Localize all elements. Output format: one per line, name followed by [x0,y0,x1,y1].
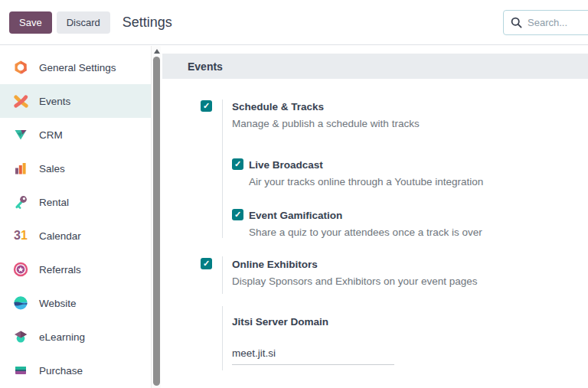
sidebar-item-elearning[interactable]: eLearning [0,320,151,354]
crm-icon [12,126,29,143]
sidebar-item-crm[interactable]: CRM [0,118,151,152]
sidebar-item-label: eLearning [39,331,85,343]
referrals-icon [12,261,29,278]
purchase-icon [12,362,29,379]
event-gamification-checkbox[interactable] [232,209,243,220]
sidebar-item-label: CRM [39,129,63,141]
live-broadcast-description: Air your tracks online through a Youtube… [249,176,483,187]
sidebar-item-general-settings[interactable]: General Settings [0,51,151,84]
search-input[interactable] [528,17,588,28]
website-icon [12,295,29,311]
event-gamification-description: Share a quiz to your attendees once a tr… [249,227,482,238]
online-exhibitors-description: Display Sponsors and Exhibitors on your … [232,276,477,287]
event-gamification-label: Event Gamification [249,210,342,221]
online-exhibitors-label: Online Exhibitors [232,259,318,270]
sidebar-scrollbar[interactable] [151,46,161,388]
elearning-icon [12,328,29,345]
sidebar-item-events[interactable]: Events [0,84,151,118]
sidebar-item-purchase[interactable]: Purchase [0,354,151,387]
sidebar-item-label: Sales [39,163,65,174]
events-icon [12,93,29,109]
jitsi-server-domain-label: Jitsi Server Domain [232,316,328,328]
sidebar-item-label: Rental [39,197,69,208]
live-broadcast-label: Live Broadcast [249,159,323,171]
section-title: Events [188,60,223,73]
sales-icon [12,160,29,177]
sidebar-item-referrals[interactable]: Referrals [0,253,151,286]
sidebar-item-sales[interactable]: Sales [0,152,151,185]
schedule-tracks-description: Manage & publish a schedule with tracks [232,118,420,129]
sidebar-item-label: Purchase [39,365,83,377]
setting-divider [222,306,223,370]
sidebar-item-calendar[interactable]: 31 Calendar [0,219,151,253]
setting-divider [222,99,223,238]
search-box[interactable] [503,10,588,35]
live-broadcast-checkbox[interactable] [232,158,243,170]
page-title: Settings [122,15,172,31]
calendar-icon: 31 [12,227,29,244]
sidebar-item-rental[interactable]: Rental [0,185,151,219]
sidebar-item-label: Website [39,298,77,309]
discard-button[interactable]: Discard [57,11,110,34]
sidebar-item-label: Events [39,96,70,107]
jitsi-server-domain-input[interactable] [232,347,394,365]
sidebar-item-label: Referrals [39,264,81,276]
schedule-tracks-checkbox[interactable] [201,100,212,112]
scroll-up-arrow-icon[interactable] [154,49,160,54]
settings-page: Save Discard Settings G [0,0,588,388]
scrollbar-thumb[interactable] [153,57,160,386]
setting-divider [222,256,223,294]
general-settings-icon [12,59,29,76]
online-exhibitors-checkbox[interactable] [201,258,212,269]
top-bar: Save Discard Settings [0,0,588,45]
schedule-tracks-label: Schedule & Tracks [232,101,324,112]
sidebar-item-website[interactable]: Website [0,286,151,320]
save-button[interactable]: Save [9,11,52,34]
section-header: Events [162,54,588,79]
sidebar-item-label: Calendar [39,230,81,242]
settings-sidebar: General Settings Events CRM [0,46,151,388]
settings-main: Events Schedule & Tracks Manage & publis… [161,46,588,388]
sidebar-item-label: General Settings [39,62,116,73]
rental-icon [12,194,29,210]
search-icon [511,17,522,28]
